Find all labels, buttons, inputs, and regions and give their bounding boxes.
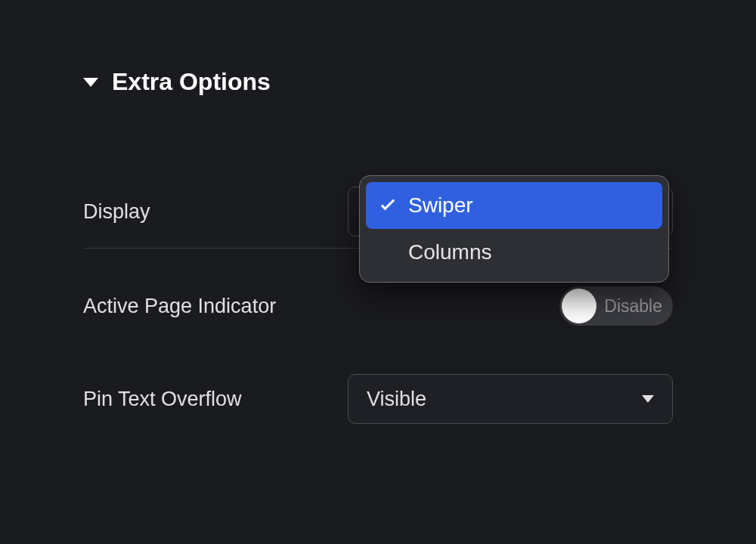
toggle-state-label: Disable — [604, 296, 662, 317]
display-row: Display Swiper Columns — [83, 183, 673, 240]
display-option-columns[interactable]: Columns — [366, 229, 662, 276]
chevron-down-icon — [642, 395, 654, 403]
display-option-swiper[interactable]: Swiper — [366, 182, 662, 229]
checkmark-icon — [380, 199, 396, 212]
pin-text-overflow-row: Pin Text Overflow Visible — [83, 359, 673, 439]
display-dropdown-popup: Swiper Columns — [359, 175, 669, 283]
settings-panel: Extra Options Display Swiper Columns Act… — [0, 0, 756, 439]
pin-text-overflow-label: Pin Text Overflow — [83, 388, 348, 411]
pin-text-overflow-dropdown[interactable]: Visible — [348, 374, 673, 424]
display-option-label: Columns — [408, 240, 491, 264]
collapse-triangle-icon — [83, 78, 98, 87]
display-label: Display — [83, 200, 348, 224]
section-header[interactable]: Extra Options — [83, 68, 673, 96]
active-page-indicator-label: Active Page Indicator — [83, 295, 348, 318]
section-title: Extra Options — [112, 68, 271, 96]
toggle-knob — [562, 289, 596, 323]
active-page-indicator-toggle[interactable]: Disable — [559, 286, 673, 326]
pin-text-overflow-value: Visible — [367, 388, 426, 411]
display-option-label: Swiper — [408, 193, 473, 218]
